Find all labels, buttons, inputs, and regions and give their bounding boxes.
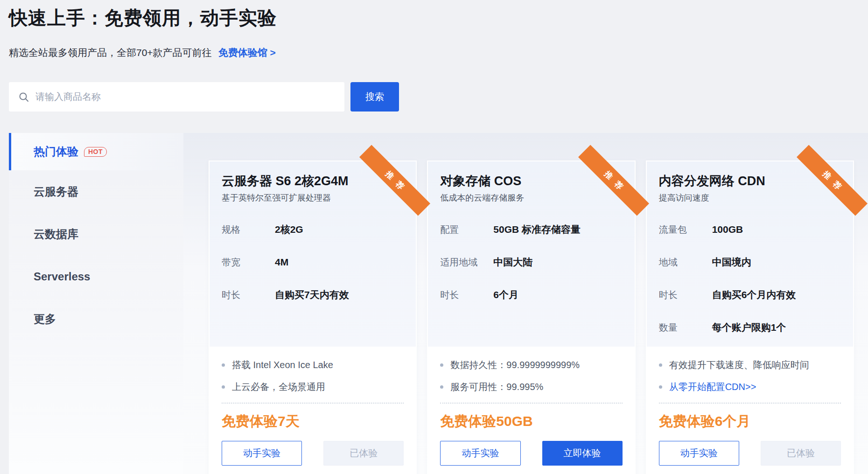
subtitle-text: 精选全站最多领用产品，全部70+款产品可前往 — [9, 47, 212, 58]
card-actions: 动手实验 立即体验 — [440, 441, 622, 466]
bullet-item: 有效提升下载速度、降低响应时间 — [659, 359, 841, 371]
bullet-dot-icon — [222, 363, 225, 367]
product-card-cdn: 推荐 内容分发网络 CDN 提高访问速度 流量包 100GB 地域 中国境内 — [646, 160, 854, 474]
spec-list: 流量包 100GB 地域 中国境内 时长 自购买6个月内有效 数量 — [659, 223, 841, 334]
sidebar-item-serverless[interactable]: Serverless — [9, 255, 183, 298]
spec-value: 6个月 — [493, 289, 518, 301]
hands-on-lab-button[interactable]: 动手实验 — [659, 441, 739, 466]
try-now-button[interactable]: 立即体验 — [542, 441, 623, 466]
hands-on-lab-button[interactable]: 动手实验 — [440, 441, 520, 466]
bullet-item: 上云必备，全场景通用 — [222, 381, 404, 393]
spec-label: 带宽 — [222, 256, 275, 268]
bullet-item: 从零开始配置CDN>> — [659, 381, 841, 393]
card-title: 云服务器 S6 2核2G4M — [222, 174, 404, 188]
spec-row: 适用地域 中国大陆 — [440, 256, 622, 268]
spec-row: 时长 自购买7天内有效 — [222, 289, 404, 301]
spec-row: 带宽 4M — [222, 256, 404, 268]
spec-label: 数量 — [659, 321, 712, 334]
sidebar-item-label: 云数据库 — [34, 227, 78, 242]
search-box[interactable] — [9, 82, 344, 112]
spec-value: 自购买7天内有效 — [275, 289, 349, 301]
card-title: 对象存储 COS — [440, 174, 622, 188]
dotted-divider — [659, 403, 841, 404]
search-icon — [19, 92, 29, 102]
spec-value: 自购买6个月内有效 — [712, 289, 796, 301]
spec-label: 地域 — [659, 256, 712, 268]
bullet-text: 上云必备，全场景通用 — [232, 381, 325, 393]
spec-label: 时长 — [659, 289, 712, 301]
spec-row: 时长 6个月 — [440, 289, 622, 301]
already-experienced-button: 已体验 — [761, 441, 841, 466]
dotted-divider — [440, 403, 622, 404]
card-footer: 有效提升下载速度、降低响应时间 从零开始配置CDN>> 免费体验6个月 动手实验… — [647, 347, 853, 474]
spec-row: 流量包 100GB — [659, 223, 841, 236]
spec-row: 时长 自购买6个月内有效 — [659, 289, 841, 301]
sidebar-item-cloud-database[interactable]: 云数据库 — [9, 213, 183, 255]
bullet-item: 搭载 Intel Xeon Ice Lake — [222, 359, 404, 371]
card-actions: 动手实验 已体验 — [222, 441, 404, 466]
card-header: 云服务器 S6 2核2G4M 基于英特尔至强可扩展处理器 规格 2核2G 带宽 … — [210, 161, 416, 347]
search-input[interactable] — [35, 82, 344, 112]
spec-list: 规格 2核2G 带宽 4M 时长 自购买7天内有效 — [222, 223, 404, 301]
already-experienced-button: 已体验 — [323, 441, 404, 466]
card-header: 内容分发网络 CDN 提高访问速度 流量包 100GB 地域 中国境内 时长 — [647, 161, 853, 347]
category-sidebar: 热门体验 HOT 云服务器 云数据库 Serverless 更多 — [9, 133, 183, 474]
bullet-dot-icon — [440, 385, 443, 389]
free-trial-offer: 免费体验50GB — [440, 413, 622, 430]
spec-value: 50GB 标准存储容量 — [493, 223, 581, 236]
search-row: 搜索 — [9, 82, 868, 112]
sidebar-item-hot-experience[interactable]: 热门体验 HOT — [9, 133, 183, 170]
sidebar-item-label: 云服务器 — [34, 184, 78, 199]
spec-row: 规格 2核2G — [222, 223, 404, 236]
spec-value: 4M — [275, 256, 288, 268]
card-subtitle: 基于英特尔至强可扩展处理器 — [222, 193, 404, 202]
spec-value: 中国大陆 — [493, 256, 532, 268]
spec-row: 配置 50GB 标准存储容量 — [440, 223, 622, 236]
free-experience-hall-link[interactable]: 免费体验馆 > — [218, 47, 276, 58]
bullet-text: 有效提升下载速度、降低响应时间 — [669, 359, 809, 371]
spec-list: 配置 50GB 标准存储容量 适用地域 中国大陆 时长 6个月 — [440, 223, 622, 301]
card-subtitle: 提高访问速度 — [659, 193, 841, 202]
spec-label: 时长 — [222, 289, 275, 301]
sidebar-item-label: 更多 — [34, 312, 56, 327]
bullet-item: 服务可用性：99.995% — [440, 381, 622, 393]
product-card-cos: 推荐 对象存储 COS 低成本的云端存储服务 配置 50GB 标准存储容量 适用… — [427, 160, 635, 474]
bullet-dot-icon — [222, 385, 225, 389]
bullet-text: 服务可用性：99.995% — [450, 381, 543, 393]
cdn-setup-guide-link[interactable]: 从零开始配置CDN>> — [669, 381, 756, 393]
spec-label: 配置 — [440, 223, 493, 236]
sidebar-item-more[interactable]: 更多 — [9, 298, 183, 340]
product-card-cvm: 推荐 云服务器 S6 2核2G4M 基于英特尔至强可扩展处理器 规格 2核2G … — [209, 160, 417, 474]
spec-value: 100GB — [712, 223, 743, 236]
product-cards: 推荐 云服务器 S6 2核2G4M 基于英特尔至强可扩展处理器 规格 2核2G … — [209, 160, 854, 474]
sidebar-item-label: Serverless — [34, 270, 90, 283]
hands-on-lab-button[interactable]: 动手实验 — [222, 441, 302, 466]
spec-row: 地域 中国境内 — [659, 256, 841, 268]
card-footer: 数据持久性：99.9999999999% 服务可用性：99.995% 免费体验5… — [428, 347, 634, 474]
spec-label: 规格 — [222, 223, 275, 236]
spec-label: 时长 — [440, 289, 493, 301]
free-trial-offer: 免费体验6个月 — [659, 413, 841, 430]
search-button[interactable]: 搜索 — [350, 82, 399, 112]
card-header: 对象存储 COS 低成本的云端存储服务 配置 50GB 标准存储容量 适用地域 … — [428, 161, 634, 347]
dotted-divider — [222, 403, 404, 404]
free-trial-offer: 免费体验7天 — [222, 413, 404, 430]
content-row: 热门体验 HOT 云服务器 云数据库 Serverless 更多 推荐 云服务器… — [9, 133, 868, 474]
hot-badge: HOT — [84, 147, 107, 157]
card-title: 内容分发网络 CDN — [659, 174, 841, 188]
spec-row: 数量 每个账户限购1个 — [659, 321, 841, 334]
bullet-text: 数据持久性：99.9999999999% — [450, 359, 580, 371]
spec-value: 2核2G — [275, 223, 303, 236]
spec-value: 每个账户限购1个 — [712, 321, 786, 334]
bullet-dot-icon — [440, 363, 443, 367]
spec-label: 流量包 — [659, 223, 712, 236]
bullet-item: 数据持久性：99.9999999999% — [440, 359, 622, 371]
bullet-dot-icon — [659, 363, 662, 367]
sidebar-item-cloud-server[interactable]: 云服务器 — [9, 170, 183, 213]
card-actions: 动手实验 已体验 — [659, 441, 841, 466]
sidebar-item-label: 热门体验 — [34, 144, 78, 159]
page-title: 快速上手：免费领用，动手实验 — [9, 7, 868, 29]
spec-value: 中国境内 — [712, 256, 751, 268]
products-panel: 推荐 云服务器 S6 2核2G4M 基于英特尔至强可扩展处理器 规格 2核2G … — [183, 133, 868, 474]
bullet-text: 搭载 Intel Xeon Ice Lake — [232, 359, 333, 371]
